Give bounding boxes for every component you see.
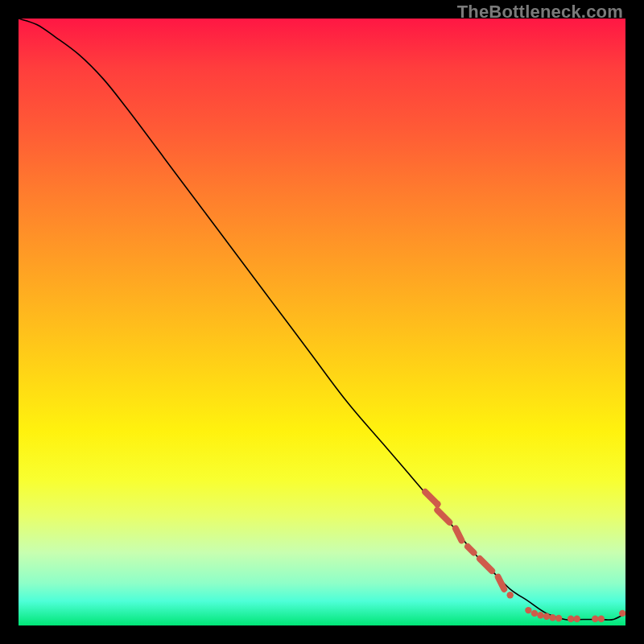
highlight-dot — [568, 616, 574, 622]
chart-svg — [19, 19, 625, 625]
highlight-dot — [531, 610, 538, 617]
chart-stage: TheBottleneck.com — [0, 0, 644, 644]
highlight-dot — [434, 501, 440, 507]
highlight-dot — [574, 616, 580, 622]
highlight-dash — [437, 510, 449, 522]
highlight-dash — [456, 528, 462, 540]
plot-area — [19, 19, 625, 625]
highlight-dot — [592, 616, 598, 622]
highlight-dot — [507, 592, 514, 598]
highlight-dot — [525, 607, 531, 613]
highlight-dot — [598, 616, 605, 622]
highlight-dot — [549, 614, 555, 621]
highlight-dash — [468, 547, 474, 553]
highlight-dot — [619, 610, 625, 617]
highlight-dot — [537, 612, 543, 618]
highlight-dash — [480, 559, 492, 571]
highlight-dot — [543, 613, 550, 620]
bottleneck-curve — [19, 19, 625, 620]
highlight-dash — [498, 577, 505, 589]
highlight-points — [434, 501, 625, 622]
highlight-dot — [555, 615, 562, 621]
